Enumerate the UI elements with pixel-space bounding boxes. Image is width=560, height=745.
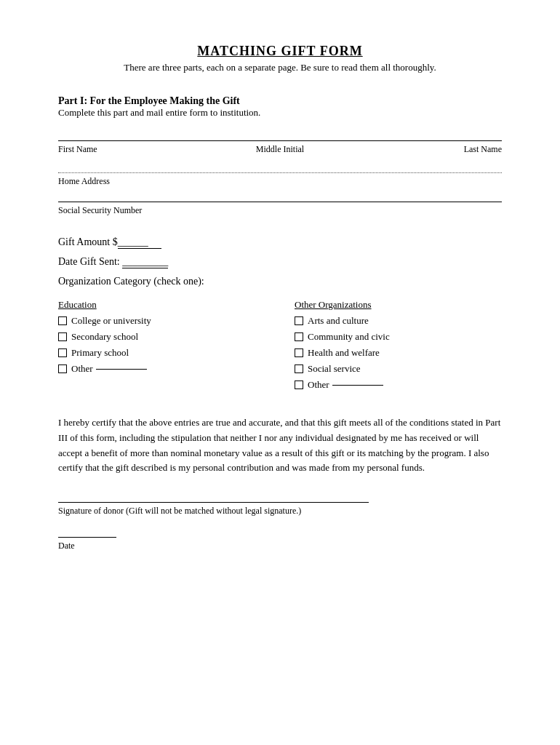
checkbox-edu-other-box[interactable] [58, 364, 67, 373]
last-name-label: Last Name [354, 144, 502, 155]
address-line [58, 172, 502, 173]
checkbox-org-other-box[interactable] [295, 381, 303, 389]
checkbox-health-label: Health and welfare [308, 347, 380, 359]
checkbox-social-box[interactable] [295, 364, 303, 373]
certify-text: I hereby certify that the above entries … [58, 415, 502, 476]
certify-section: I hereby certify that the above entries … [58, 415, 502, 476]
checkbox-community[interactable]: Community and civic [295, 331, 502, 343]
date-label: Date Gift Sent: [58, 256, 122, 267]
name-line [58, 140, 502, 141]
checkbox-secondary-label: Secondary school [71, 331, 138, 343]
date-bottom-section: Date [58, 537, 502, 551]
first-name-label: First Name [58, 144, 206, 155]
checkbox-health[interactable]: Health and welfare [295, 347, 502, 359]
checkbox-arts-box[interactable] [295, 316, 303, 325]
gift-section: Gift Amount $______ Date Gift Sent: ____… [58, 236, 502, 287]
checkbox-college[interactable]: College or university [58, 315, 265, 327]
checkbox-primary[interactable]: Primary school [58, 347, 265, 359]
other-orgs-column: Other Organizations Arts and culture Com… [295, 299, 502, 395]
title-section: MATCHING GIFT FORM There are three parts… [58, 44, 502, 73]
date-bottom-label: Date [58, 541, 502, 551]
date-blank: _________ [122, 256, 168, 268]
name-field-section: First Name Middle Initial Last Name [58, 140, 502, 155]
page: MATCHING GIFT FORM There are three parts… [0, 0, 560, 745]
checkbox-college-box[interactable] [58, 316, 67, 325]
checkbox-edu-other[interactable]: Other [58, 363, 265, 375]
main-title: MATCHING GIFT FORM [58, 44, 502, 59]
gift-amount-label: Gift Amount $ [58, 236, 118, 247]
middle-initial-label: Middle Initial [206, 144, 353, 155]
checkbox-section: Education College or university Secondar… [58, 299, 502, 395]
part1-desc: Complete this part and mail entire form … [58, 107, 502, 119]
gift-amount-blank: ______ [118, 236, 161, 249]
ssn-label: Social Security Number [58, 205, 502, 216]
checkbox-arts[interactable]: Arts and culture [295, 315, 502, 327]
checkbox-social-label: Social service [308, 363, 361, 375]
name-labels: First Name Middle Initial Last Name [58, 144, 502, 155]
part1-title: Part I: For the Employee Making the Gift [58, 95, 502, 107]
checkbox-org-other-label: Other [308, 379, 329, 391]
checkbox-community-label: Community and civic [308, 331, 390, 343]
checkbox-org-other[interactable]: Other [295, 379, 502, 391]
checkbox-health-box[interactable] [295, 348, 303, 357]
checkbox-arts-label: Arts and culture [308, 315, 369, 327]
checkbox-primary-label: Primary school [71, 347, 129, 359]
ssn-line [58, 202, 502, 202]
other-orgs-header: Other Organizations [295, 299, 502, 311]
edu-other-blank [96, 369, 147, 370]
checkbox-edu-other-label: Other [71, 363, 93, 375]
org-category-row: Organization Category (check one): [58, 276, 502, 287]
subtitle: There are three parts, each on a separat… [58, 62, 502, 73]
gift-amount-row: Gift Amount $______ [58, 236, 502, 249]
checkbox-social[interactable]: Social service [295, 363, 502, 375]
org-other-blank [332, 385, 383, 386]
signature-label: Signature of donor (Gift will not be mat… [58, 506, 502, 517]
checkbox-college-label: College or university [71, 315, 151, 327]
checkbox-community-box[interactable] [295, 332, 303, 341]
ssn-section: Social Security Number [58, 202, 502, 216]
checkbox-secondary-box[interactable] [58, 332, 67, 341]
date-row: Date Gift Sent: _________ [58, 256, 502, 268]
address-section: Home Address [58, 172, 502, 187]
address-label: Home Address [58, 176, 502, 187]
org-category-label: Organization Category (check one): [58, 276, 204, 287]
checkbox-primary-box[interactable] [58, 348, 67, 357]
part1-header: Part I: For the Employee Making the Gift… [58, 95, 502, 119]
signature-section: Signature of donor (Gift will not be mat… [58, 502, 502, 517]
signature-line [58, 502, 369, 503]
date-bottom-line [58, 537, 116, 538]
checkbox-secondary[interactable]: Secondary school [58, 331, 265, 343]
education-header: Education [58, 299, 265, 311]
education-column: Education College or university Secondar… [58, 299, 265, 395]
